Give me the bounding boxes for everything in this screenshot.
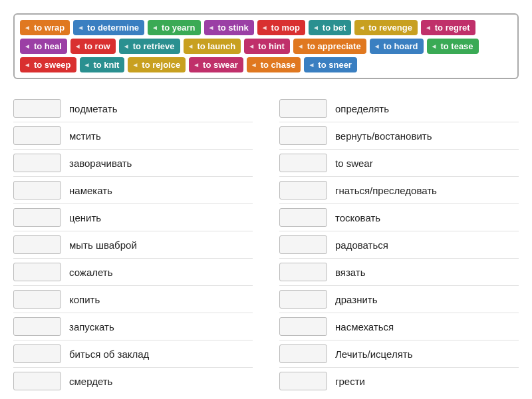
match-row: копить (13, 286, 253, 313)
word-chip-determine[interactable]: ◄to determine (73, 20, 144, 35)
word-chip-wrap[interactable]: ◄to wrap (20, 20, 70, 35)
match-input-m6[interactable] (13, 235, 61, 254)
match-label-m22: грести (335, 376, 365, 387)
match-row: грести (279, 368, 519, 394)
match-row: вязать (279, 259, 519, 286)
match-input-m12[interactable] (279, 99, 327, 118)
match-label-m14: to swear (335, 158, 373, 169)
word-chip-label-wrap: to wrap (34, 23, 65, 33)
match-input-m5[interactable] (13, 208, 61, 227)
word-chip-appreciate[interactable]: ◄to appreciate (293, 39, 366, 54)
word-chip-label-row: to row (84, 41, 110, 51)
drag-handle-row: ◄ (74, 43, 81, 50)
match-input-m14[interactable] (279, 154, 327, 172)
word-chip-sweep[interactable]: ◄to sweep (20, 57, 76, 72)
word-chip-label-determine: to determine (87, 23, 139, 33)
match-input-m13[interactable] (279, 126, 327, 145)
drag-handle-rejoice: ◄ (132, 61, 138, 68)
match-row: ценить (13, 204, 253, 231)
word-chip-hoard[interactable]: ◄to hoard (370, 39, 424, 54)
match-input-m9[interactable] (13, 317, 61, 336)
match-row: насмехаться (279, 313, 519, 340)
word-chip-label-rejoice: to rejoice (142, 60, 180, 70)
match-row: мыть шваброй (13, 231, 253, 259)
match-input-m19[interactable] (279, 290, 327, 309)
word-chip-hint[interactable]: ◄to hint (244, 39, 290, 54)
drag-handle-heal: ◄ (24, 43, 31, 50)
word-chip-tease[interactable]: ◄to tease (427, 39, 479, 54)
word-chip-label-yearn: to yearn (162, 23, 196, 33)
word-chip-regret[interactable]: ◄to regret (421, 20, 475, 35)
word-chip-label-hoard: to hoard (384, 41, 418, 51)
match-input-m7[interactable] (13, 263, 61, 281)
match-label-m20: насмехаться (335, 321, 394, 332)
word-chip-chase[interactable]: ◄to chase (247, 57, 301, 72)
word-chip-row[interactable]: ◄to row (70, 39, 116, 54)
word-chip-bet[interactable]: ◄to bet (309, 20, 351, 35)
word-chip-mop[interactable]: ◄to mop (257, 20, 305, 35)
word-chip-knit[interactable]: ◄to knit (80, 57, 125, 72)
match-row: тосковать (279, 204, 519, 231)
match-row: намекать (13, 177, 253, 204)
drag-handle-determine: ◄ (77, 24, 84, 31)
match-input-m11[interactable] (13, 372, 61, 390)
match-row: радоваться (279, 231, 519, 259)
match-input-m17[interactable] (279, 235, 327, 254)
word-chip-heal[interactable]: ◄to heal (20, 39, 67, 54)
match-label-m10: биться об заклад (69, 348, 149, 360)
match-row: вернуть/востановить (279, 122, 519, 150)
word-chip-sneer[interactable]: ◄to sneer (304, 57, 356, 72)
match-row: гнаться/преследовать (279, 177, 519, 204)
word-chip-retrieve[interactable]: ◄to retrieve (119, 39, 180, 54)
match-input-m15[interactable] (279, 181, 327, 200)
match-label-m19: дразнить (335, 294, 378, 305)
match-input-m3[interactable] (13, 154, 61, 172)
word-chip-stink[interactable]: ◄to stink (204, 20, 254, 35)
word-chip-label-retrieve: to retrieve (133, 41, 175, 51)
match-label-m9: запускать (69, 321, 114, 332)
match-input-m16[interactable] (279, 208, 327, 227)
word-chip-swear[interactable]: ◄to swear (189, 57, 243, 72)
drag-handle-appreciate: ◄ (297, 43, 304, 50)
match-input-m22[interactable] (279, 372, 327, 390)
word-chip-yearn[interactable]: ◄to yearn (148, 20, 200, 35)
word-chip-label-revenge: to revenge (368, 23, 412, 33)
word-chip-label-heal: to heal (34, 41, 62, 51)
match-label-m18: вязать (335, 267, 366, 278)
drag-handle-hint: ◄ (248, 43, 255, 50)
drag-handle-yearn: ◄ (152, 24, 158, 31)
match-label-m21: Лечить/исцелять (335, 348, 412, 360)
drag-handle-revenge: ◄ (358, 24, 365, 31)
word-chip-label-launch: to launch (197, 41, 235, 51)
match-label-m6: мыть шваброй (69, 239, 137, 251)
drag-handle-stink: ◄ (208, 24, 215, 31)
drag-handle-bet: ◄ (313, 24, 319, 31)
match-row: биться об заклад (13, 340, 253, 368)
match-input-m18[interactable] (279, 263, 327, 281)
match-row: дразнить (279, 286, 519, 313)
word-chip-revenge[interactable]: ◄to revenge (354, 20, 418, 35)
match-input-m1[interactable] (13, 99, 61, 118)
match-input-m8[interactable] (13, 290, 61, 309)
word-chip-label-stink: to stink (217, 23, 248, 33)
drag-handle-wrap: ◄ (24, 24, 31, 31)
drag-handle-chase: ◄ (251, 61, 257, 68)
word-chip-label-appreciate: to appreciate (307, 41, 361, 51)
drag-handle-regret: ◄ (425, 24, 432, 31)
drag-handle-sneer: ◄ (308, 61, 315, 68)
match-input-m21[interactable] (279, 344, 327, 363)
match-input-m10[interactable] (13, 344, 61, 363)
match-col-right: определятьвернуть/востановитьto swearгна… (279, 95, 519, 394)
match-input-m2[interactable] (13, 126, 61, 145)
drag-handle-retrieve: ◄ (123, 43, 130, 50)
match-input-m4[interactable] (13, 181, 61, 200)
match-label-m1: подметать (69, 103, 117, 114)
word-chip-label-tease: to tease (440, 41, 473, 51)
word-chip-rejoice[interactable]: ◄to rejoice (128, 57, 186, 72)
word-chip-label-swear: to swear (203, 60, 238, 70)
match-input-m20[interactable] (279, 317, 327, 336)
drag-handle-tease: ◄ (431, 43, 438, 50)
match-label-m4: намекать (69, 185, 112, 196)
match-table: подметатьмститьзаворачиватьнамекатьценит… (13, 95, 519, 394)
word-chip-launch[interactable]: ◄to launch (184, 39, 241, 54)
